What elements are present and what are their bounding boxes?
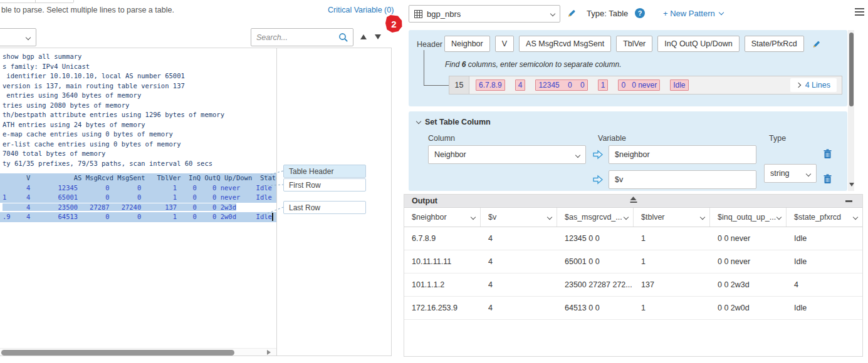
view-filter-dropdown[interactable] [0,28,36,46]
output-cell: 0 0 2w0d [710,297,787,319]
output-column-header[interactable]: $state_pfxrcd [787,208,862,227]
output-column-header[interactable]: $as_msgrcvd_... [557,208,634,227]
horizontal-scrollbar [0,348,276,355]
output-cell: 4 [481,297,557,319]
pattern-name-select[interactable]: bgp_nbrs [409,5,560,23]
expand-lines-button[interactable]: 4 Lines [790,78,837,92]
selected-table-row[interactable]: 1 4 65001 0 0 1 0 0 never Idle [0,193,277,203]
output-cell: 0 0 never [710,227,787,250]
column-chip[interactable]: AS MsgRcvd MsgSent [519,36,611,52]
type-select[interactable]: string [764,164,817,183]
edit-pattern-pencil-icon[interactable] [567,8,577,18]
delete-column-trash-icon[interactable] [824,174,832,184]
critical-variable-link[interactable]: Critical Variable (0) [328,6,394,14]
console-line[interactable]: identifier 10.10.10.10, local AS number … [3,71,276,81]
output-column-header[interactable]: $inq_outq_up_... [710,208,787,227]
set-table-column-toggle[interactable]: Set Table Column [417,118,491,126]
match-token[interactable]: 6.7.8.9 [476,79,505,91]
chevron-down-icon [547,215,552,220]
chevron-down-icon [416,118,421,123]
triangle-up-icon [360,34,367,39]
edit-columns-pencil-icon[interactable] [812,39,821,49]
column-chip[interactable]: State/PfxRcd [745,36,804,52]
collapse-panel-icon[interactable] [630,197,637,203]
output-table-row: 10.11.11.11 4 65001 0 0 1 0 0 never Idle [404,250,862,274]
column-chip[interactable]: TblVer [616,36,652,52]
table-header-marker[interactable]: Table Header [283,165,366,178]
output-cell: Idle [787,297,862,319]
device-output-panel[interactable]: show bgp all summary s family: IPv4 Unic… [0,48,277,355]
column-select[interactable]: Neighbor [428,145,586,164]
match-token[interactable]: 4 [515,79,526,91]
selected-table-row[interactable]: 4 12345 0 0 1 0 0 never Idle [0,183,277,193]
output-column-header[interactable]: $neighbor [404,208,481,227]
selected-table-row[interactable]: .9 4 64513 0 0 1 0 0 2w0d Idle [0,212,277,222]
triangle-down-icon [375,34,381,39]
new-pattern-button[interactable]: + New Pattern [663,9,723,18]
console-line[interactable]: ATH entries using 24 bytes of memory [3,120,276,130]
output-table-row: 172.16.253.9 4 64513 0 0 1 0 0 2w0d Idle [404,297,862,320]
delete-column-trash-icon[interactable] [824,149,832,159]
header-row-label: Header [417,40,442,49]
console-line[interactable]: e-map cache entries using 0 bytes of mem… [3,130,276,140]
console-line[interactable]: ty 61/35 prefixes, 79/53 paths, scan int… [3,159,276,169]
output-cell: Idle [787,250,862,273]
search-next-button[interactable] [373,32,383,42]
tab-bar-edge [0,3,73,3]
header-column-chips: Neighbor V AS MsgRcvd MsgSent TblVer InQ… [444,36,821,52]
console-line[interactable]: s family: IPv4 Unicast [3,62,276,72]
chevron-down-icon [776,215,782,220]
console-line[interactable]: er-list cache entries using 0 bytes of m… [3,140,276,150]
output-title-bar: Output [404,195,862,208]
match-token[interactable]: 0 0 never [618,79,660,91]
horizontal-scrollbar-thumb[interactable] [1,350,234,355]
selected-table-header-line[interactable]: V AS MsgRcvd MsgSent TblVer InQ OutQ Up/… [0,173,277,183]
output-cell: 1 [634,250,710,273]
matched-tokens: 6.7.8.9 4 12345 0 0 1 0 0 never Idle [469,76,689,94]
output-cell: 0 0 never [710,250,787,273]
column-chip[interactable]: V [495,36,514,52]
output-column-header[interactable]: $v [481,208,557,227]
chevron-down-icon [700,215,705,220]
console-line[interactable]: 7040 total bytes of memory [3,149,276,159]
match-token[interactable]: 1 [598,79,609,91]
menu-icon[interactable] [855,8,864,18]
minimize-icon[interactable] [845,200,852,202]
search-prev-button[interactable] [358,32,369,42]
selected-table-row-text: 4 23500 27287 27240 137 0 0 2w3d [3,203,236,211]
vertical-scrollbar-thumb[interactable] [849,33,854,106]
vertical-scrollbar [848,30,854,191]
help-icon[interactable]: ? [635,8,645,18]
search-icon [338,33,348,43]
scroll-down-arrow-icon[interactable] [849,183,854,187]
chevron-down-icon [550,11,555,16]
selected-table-block: V AS MsgRcvd MsgSent TblVer InQ OutQ Up/… [0,173,277,222]
output-cell: 6.7.8.9 [404,227,481,250]
output-cell: 23500 27287 272... [557,274,634,296]
section-title: Set Table Column [425,118,491,126]
output-column-header[interactable]: $tblver [634,208,710,227]
console-line[interactable]: show bgp all summary [3,52,276,62]
search-box[interactable] [251,28,353,46]
last-row-marker[interactable]: Last Row [283,201,366,214]
chevron-down-icon [575,153,580,158]
match-token[interactable]: 12345 0 0 [535,79,587,91]
console-line[interactable]: th/bestpath attribute entries using 1296… [3,110,276,120]
selected-table-row[interactable]: 4 23500 27287 27240 137 0 0 2w3d [0,203,277,213]
column-chip[interactable]: Neighbor [444,36,490,52]
console-line[interactable]: version is 137, main routing table versi… [3,81,276,91]
scroll-right-arrow-icon[interactable] [267,350,271,355]
console-line[interactable]: tries using 2080 bytes of memory [3,101,276,111]
console-line[interactable]: entries using 3640 bytes of memory [3,91,276,101]
variable-input[interactable]: $v [609,170,756,189]
output-cell: 137 [634,274,710,296]
first-row-marker[interactable]: First Row [283,178,366,192]
output-cell: 1 [634,227,710,250]
column-chip[interactable]: InQ OutQ Up/Down [657,36,739,52]
output-header-row: $neighbor $v $as_msgrcvd_... $tblver $in… [404,208,862,227]
connector-line [424,50,424,85]
search-input[interactable] [251,33,338,42]
find-columns-hint: Find 6 columns, enter semicolon to separ… [445,60,622,69]
variable-input[interactable]: $neighbor [609,145,756,164]
match-token[interactable]: Idle [670,79,688,91]
